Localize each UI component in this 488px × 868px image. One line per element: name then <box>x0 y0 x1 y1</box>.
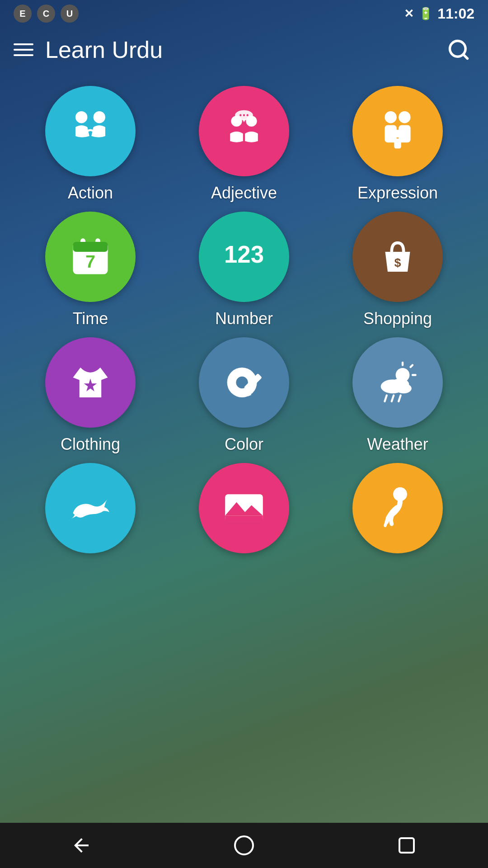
number-circle: 123 <box>199 212 289 302</box>
weather-circle <box>352 337 443 428</box>
svg-point-8 <box>243 114 245 116</box>
category-number[interactable]: 123 Number <box>172 212 316 328</box>
svg-point-2 <box>75 111 87 123</box>
category-time[interactable]: 7 Time <box>18 212 163 328</box>
color-label: Color <box>225 435 263 454</box>
color-circle <box>199 337 289 428</box>
search-icon <box>447 38 470 61</box>
svg-text:7: 7 <box>85 251 95 271</box>
shopping-icon: $ <box>373 232 422 282</box>
svg-point-14 <box>394 130 402 138</box>
svg-point-43 <box>250 497 259 506</box>
category-weather[interactable]: Weather <box>325 337 470 454</box>
svg-point-10 <box>385 111 396 123</box>
status-bar: E C U ✕ 🔋 11:02 <box>0 0 488 27</box>
signal-icon: ✕ <box>404 7 414 21</box>
time-display: 11:02 <box>437 5 474 22</box>
action-circle <box>45 86 136 176</box>
top-bar: Learn Urdu <box>0 27 488 72</box>
number-label: Number <box>215 309 273 328</box>
category-adjective[interactable]: Adjective <box>172 86 316 203</box>
photo-icon <box>219 483 269 533</box>
category-shopping[interactable]: $ Shopping <box>325 212 470 328</box>
battery-icon: 🔋 <box>418 7 433 21</box>
svg-line-32 <box>411 365 413 367</box>
svg-text:$: $ <box>394 256 401 269</box>
clothing-icon <box>66 358 115 407</box>
adjective-icon <box>219 106 269 156</box>
time-circle: 7 <box>45 212 136 302</box>
status-icon-u: U <box>61 5 79 23</box>
category-photo[interactable] <box>172 463 316 561</box>
svg-rect-42 <box>225 519 263 522</box>
home-icon <box>233 835 255 856</box>
svg-point-11 <box>399 111 410 123</box>
svg-point-9 <box>247 114 249 116</box>
shopping-circle: $ <box>352 212 443 302</box>
category-person[interactable] <box>325 463 470 561</box>
svg-line-1 <box>463 54 467 58</box>
category-color[interactable]: Color <box>172 337 316 454</box>
status-icons-right: ✕ 🔋 11:02 <box>404 5 474 22</box>
svg-rect-22 <box>73 242 108 252</box>
clothing-label: Clothing <box>61 435 120 454</box>
svg-text:123: 123 <box>224 241 264 268</box>
number-icon: 123 <box>219 232 269 282</box>
adjective-circle <box>199 86 289 176</box>
action-icon <box>66 106 115 156</box>
app-title: Learn Urdu <box>45 36 443 63</box>
expression-icon <box>373 106 422 156</box>
weather-icon <box>373 358 422 407</box>
svg-line-37 <box>385 396 386 401</box>
svg-rect-47 <box>399 838 414 853</box>
animal-circle <box>45 463 136 553</box>
person-circle <box>352 463 443 553</box>
category-expression[interactable]: Expression <box>325 86 470 203</box>
back-button[interactable] <box>63 827 99 863</box>
time-label: Time <box>73 309 108 328</box>
svg-rect-15 <box>394 139 401 149</box>
category-action[interactable]: Action <box>18 86 163 203</box>
svg-point-46 <box>235 836 253 854</box>
adjective-label: Adjective <box>211 184 277 203</box>
home-button[interactable] <box>226 827 262 863</box>
color-icon <box>219 358 269 407</box>
menu-button[interactable] <box>14 38 36 61</box>
status-icon-c: C <box>37 5 55 23</box>
time-icon: 7 <box>66 232 115 282</box>
expression-circle <box>352 86 443 176</box>
svg-point-7 <box>239 114 241 116</box>
category-clothing[interactable]: Clothing <box>18 337 163 454</box>
weather-label: Weather <box>367 435 428 454</box>
search-button[interactable] <box>443 34 474 66</box>
category-grid: Action Adjective <box>0 77 488 570</box>
recent-button[interactable] <box>389 827 425 863</box>
photo-circle <box>199 463 289 553</box>
status-icons-left: E C U <box>14 5 79 23</box>
menu-line-1 <box>14 43 33 45</box>
animal-icon <box>66 483 115 533</box>
menu-line-2 <box>14 49 33 51</box>
person-icon <box>373 483 422 533</box>
expression-label: Expression <box>357 184 438 203</box>
svg-line-39 <box>399 396 400 401</box>
menu-line-3 <box>14 54 33 56</box>
shopping-label: Shopping <box>363 309 432 328</box>
back-icon <box>70 835 92 856</box>
clothing-circle <box>45 337 136 428</box>
svg-line-38 <box>392 396 394 401</box>
svg-point-36 <box>396 383 412 393</box>
action-label: Action <box>68 184 113 203</box>
category-animal[interactable] <box>18 463 163 561</box>
status-icon-e: E <box>14 5 32 23</box>
recent-icon <box>396 835 418 856</box>
bottom-nav <box>0 823 488 868</box>
svg-point-3 <box>94 111 105 123</box>
